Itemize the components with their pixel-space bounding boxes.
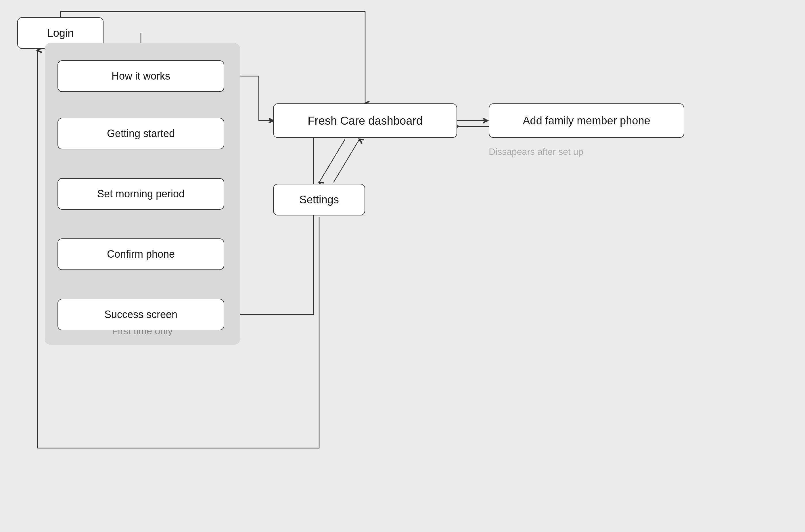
set-morning-label: Set morning period (97, 188, 185, 200)
confirm-phone-node: Confirm phone (57, 239, 224, 270)
settings-label: Settings (299, 194, 339, 206)
getting-started-node: Getting started (57, 118, 224, 149)
getting-started-label: Getting started (107, 128, 175, 139)
svg-line-5 (319, 139, 345, 183)
success-screen-node: Success screen (57, 299, 224, 330)
svg-line-6 (333, 139, 359, 183)
dashboard-label: Fresh Care dashboard (308, 114, 423, 127)
confirm-phone-label: Confirm phone (107, 248, 175, 260)
add-family-node: Add family member phone (489, 103, 684, 138)
set-morning-node: Set morning period (57, 178, 224, 210)
how-it-works-label: How it works (112, 70, 170, 82)
diagram: Login First time only How it works Getti… (0, 0, 805, 532)
login-label: Login (47, 27, 74, 39)
disappears-label: Dissapears after set up (489, 147, 583, 157)
success-screen-label: Success screen (104, 308, 177, 321)
settings-node: Settings (273, 184, 365, 215)
add-family-label: Add family member phone (523, 115, 650, 127)
dashboard-node: Fresh Care dashboard (273, 103, 457, 138)
how-it-works-node: How it works (57, 60, 224, 92)
